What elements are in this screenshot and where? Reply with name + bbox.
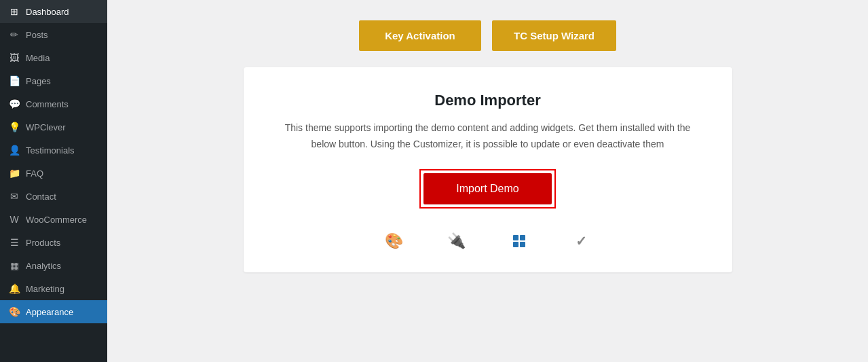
- top-buttons-row: Key Activation TC Setup Wizard: [128, 20, 848, 51]
- sidebar-item-analytics[interactable]: ▦Analytics: [0, 254, 107, 277]
- marketing-icon: 🔔: [8, 283, 20, 295]
- sidebar-item-marketing[interactable]: 🔔Marketing: [0, 277, 107, 300]
- dashboard-icon: ⊞: [8, 5, 20, 18]
- products-icon: ☰: [8, 236, 20, 249]
- checkmark-icon: ✓: [571, 230, 592, 252]
- sidebar-item-woocommerce[interactable]: WWooCommerce: [0, 208, 107, 231]
- sidebar-item-label-media: Media: [26, 53, 50, 63]
- import-btn-wrapper: Import Demo: [419, 169, 555, 209]
- card-description: This theme supports importing the demo c…: [284, 120, 692, 153]
- sidebar-item-label-wpclever: WPClever: [26, 122, 66, 132]
- plugin-icon: 🔌: [446, 230, 468, 252]
- grid-icon: [508, 230, 530, 252]
- sidebar-item-media[interactable]: 🖼Media: [0, 46, 107, 69]
- sidebar-item-dashboard[interactable]: ⊞Dashboard: [0, 0, 107, 23]
- sidebar-item-pages[interactable]: 📄Pages: [0, 69, 107, 92]
- steps-icon-row: 🎨 🔌 ✓: [284, 230, 692, 252]
- appearance-icon: 🎨: [8, 306, 20, 318]
- sidebar-item-label-contact: Contact: [26, 192, 56, 202]
- svg-rect-1: [520, 235, 525, 240]
- testimonials-icon: 👤: [8, 144, 20, 156]
- sidebar-item-label-analytics: Analytics: [26, 261, 61, 271]
- sidebar-item-label-woocommerce: WooCommerce: [26, 215, 87, 225]
- sidebar-item-products[interactable]: ☰Products: [0, 231, 107, 254]
- sidebar-item-posts[interactable]: ✏Posts: [0, 23, 107, 46]
- sidebar-item-label-products: Products: [26, 238, 60, 248]
- sidebar-item-label-marketing: Marketing: [26, 284, 64, 294]
- contact-icon: ✉: [8, 190, 20, 202]
- sidebar-item-label-testimonials: Testimonials: [26, 145, 75, 156]
- sidebar-item-comments[interactable]: 💬Comments: [0, 92, 107, 115]
- sidebar-item-wpclever[interactable]: 💡WPClever: [0, 115, 107, 139]
- sidebar-item-appearance[interactable]: 🎨Appearance: [0, 300, 107, 323]
- pages-icon: 📄: [8, 75, 20, 87]
- sidebar-item-testimonials[interactable]: 👤Testimonials: [0, 139, 107, 162]
- analytics-icon: ▦: [8, 259, 20, 272]
- sidebar-item-label-faq: FAQ: [26, 168, 43, 179]
- sidebar-item-label-posts: Posts: [26, 30, 48, 40]
- sidebar-item-label-comments: Comments: [26, 99, 69, 109]
- tc-setup-wizard-button[interactable]: TC Setup Wizard: [492, 20, 616, 51]
- demo-importer-card: Demo Importer This theme supports import…: [244, 67, 732, 272]
- sidebar-item-faq[interactable]: 📁FAQ: [0, 162, 107, 185]
- palette-icon: 🎨: [383, 230, 405, 252]
- media-icon: 🖼: [8, 52, 20, 64]
- sidebar-item-label-dashboard: Dashboard: [26, 7, 69, 17]
- svg-rect-0: [513, 235, 518, 240]
- faq-icon: 📁: [8, 167, 20, 179]
- posts-icon: ✏: [8, 29, 20, 41]
- import-demo-button[interactable]: Import Demo: [423, 173, 551, 204]
- svg-rect-2: [513, 242, 518, 247]
- sidebar-item-label-pages: Pages: [26, 76, 51, 86]
- key-activation-button[interactable]: Key Activation: [359, 20, 481, 51]
- sidebar-item-label-appearance: Appearance: [26, 307, 73, 317]
- wpclever-icon: 💡: [8, 121, 20, 133]
- svg-rect-3: [520, 242, 525, 247]
- card-title: Demo Importer: [284, 92, 692, 109]
- woocommerce-icon: W: [8, 213, 20, 225]
- main-content: Key Activation TC Setup Wizard Demo Impo…: [107, 0, 868, 362]
- comments-icon: 💬: [8, 98, 20, 110]
- sidebar-item-contact[interactable]: ✉Contact: [0, 185, 107, 208]
- sidebar: ⊞Dashboard✏Posts🖼Media📄Pages💬Comments💡WP…: [0, 0, 107, 362]
